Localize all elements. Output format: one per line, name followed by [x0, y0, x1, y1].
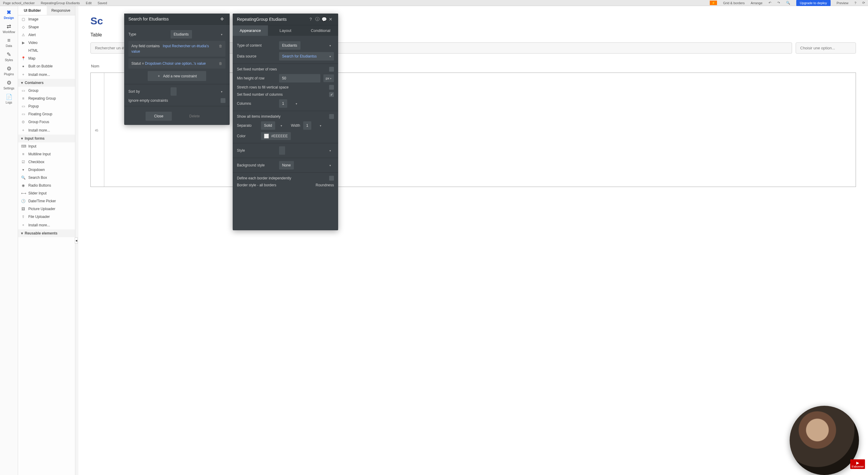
filter-dropdown[interactable] — [796, 42, 856, 54]
element-item[interactable]: ▭Floating Group — [18, 110, 75, 118]
zoom-icon[interactable]: 🔍 — [786, 1, 790, 5]
element-item[interactable]: 🖼Picture Uploader — [18, 205, 75, 213]
move-icon[interactable]: ✥ — [219, 16, 225, 21]
preview-link[interactable]: Preview — [837, 1, 848, 5]
rail-styles[interactable]: ✎Styles — [0, 49, 18, 64]
element-item[interactable]: ▭Popup — [18, 102, 75, 110]
delete-button[interactable]: Delete — [181, 112, 208, 121]
tab-layout[interactable]: Layout — [268, 25, 303, 36]
element-item[interactable]: 🔍Search Box — [18, 174, 75, 181]
element-item[interactable]: ＋Install more... — [18, 126, 75, 135]
element-item[interactable]: ▭Group — [18, 87, 75, 95]
type-label: Type — [128, 32, 167, 36]
width-select[interactable]: 1 — [303, 121, 311, 130]
bg-style-select[interactable]: None — [279, 161, 294, 169]
color-swatch[interactable] — [264, 134, 269, 138]
element-item[interactable]: ⚠Alert — [18, 31, 75, 39]
sort-select[interactable] — [170, 87, 177, 96]
refresh-icon[interactable]: ⟳ — [862, 1, 865, 5]
comment-icon[interactable]: 💬 — [321, 17, 327, 22]
element-item[interactable]: ＋Install more... — [18, 220, 75, 229]
fixed-cols-checkbox[interactable] — [329, 92, 334, 97]
element-item[interactable]: 📍Map — [18, 55, 75, 62]
element-icon: ▾ — [21, 168, 25, 172]
undo-icon[interactable]: ↶ — [769, 1, 771, 5]
subscribe-button[interactable]: ▶ S'abonner — [850, 460, 865, 469]
element-item[interactable]: ●Built on Bubble — [18, 62, 75, 70]
close-icon[interactable]: ✕ — [327, 17, 334, 22]
tab-conditional[interactable]: Conditional — [303, 25, 338, 36]
element-item[interactable]: ◉Radio Buttons — [18, 181, 75, 189]
separator-select[interactable]: Solid — [261, 121, 275, 130]
type-content-select[interactable]: Etudiants — [279, 41, 301, 50]
data-source-value[interactable]: Search for Etudiantss — [282, 54, 317, 58]
element-item[interactable]: ⇧File Uploader — [18, 213, 75, 220]
rail-workflow[interactable]: ⇄Workflow — [0, 21, 18, 36]
ignore-empty-checkbox[interactable] — [221, 98, 225, 103]
element-icon: ≡ — [21, 152, 25, 156]
element-item[interactable]: ⌨Input — [18, 142, 75, 150]
collapse-handle[interactable]: ◀ — [75, 238, 78, 243]
rail-logs[interactable]: 📄Logs — [0, 92, 18, 106]
element-icon: ⌨ — [21, 144, 25, 148]
info-icon[interactable]: ⓘ — [314, 16, 321, 22]
min-height-input[interactable] — [279, 74, 320, 82]
trash-icon[interactable]: 🗑 — [219, 43, 222, 49]
element-item[interactable]: ＋Install more... — [18, 70, 75, 79]
element-item[interactable]: ≡Multiline Input — [18, 150, 75, 158]
add-constraint-button[interactable]: ＋ Add a new constraint — [148, 71, 206, 81]
element-label: Built on Bubble — [28, 64, 53, 68]
cat-containers[interactable]: ▾Containers — [18, 79, 75, 87]
element-item[interactable]: ▾Dropdown — [18, 166, 75, 174]
element-name[interactable]: RepeatingGroup Etudiants — [41, 1, 80, 5]
constraint-row[interactable]: Statut = Dropdown Choisir une option..'s… — [128, 58, 225, 69]
constraint-row[interactable]: Any field contains Input Rechercher un é… — [128, 41, 225, 57]
element-item[interactable]: ▶Video — [18, 39, 75, 47]
help-icon[interactable]: ? — [855, 1, 856, 5]
assist-icon[interactable]: ⚡ — [710, 1, 717, 5]
rail-design[interactable]: ✖Design — [0, 7, 18, 21]
rail-settings[interactable]: ⚙Settings — [0, 78, 18, 92]
element-item[interactable]: HTML — [18, 47, 75, 55]
cat-input-forms[interactable]: ▾Input forms — [18, 135, 75, 142]
tab-responsive[interactable]: Responsive — [47, 6, 75, 15]
element-item[interactable]: ⊙Group Focus — [18, 118, 75, 126]
unit-select[interactable]: px — [323, 74, 334, 82]
stretch-checkbox[interactable] — [329, 85, 334, 90]
element-item[interactable]: 🕒Date/Time Picker — [18, 197, 75, 205]
element-item[interactable]: ⟷Slider Input — [18, 189, 75, 197]
cat-reusable[interactable]: ▾Reusable elements — [18, 229, 75, 237]
columns-select[interactable]: 1 — [279, 99, 287, 108]
deploy-button[interactable]: Upgrade to deploy — [796, 0, 831, 6]
constraint-field: Any field contains — [131, 44, 160, 48]
element-icon: ⊙ — [21, 120, 25, 124]
rail-data[interactable]: ≡Data — [0, 36, 18, 49]
element-label: Slider Input — [28, 191, 47, 195]
arrange-menu[interactable]: Arrange — [751, 1, 763, 5]
style-select[interactable] — [279, 146, 285, 155]
element-icon: ≡ — [21, 96, 25, 101]
element-item[interactable]: ▢Image — [18, 15, 75, 23]
border-indep-label: Define each border independently — [237, 176, 326, 180]
help-icon[interactable]: ? — [307, 17, 314, 22]
trash-icon[interactable]: 🗑 — [219, 61, 222, 66]
logs-icon: 📄 — [0, 94, 18, 100]
page-name: Page school_checker — [3, 1, 35, 5]
border-indep-checkbox[interactable] — [329, 176, 334, 181]
show-all-checkbox[interactable] — [329, 114, 334, 119]
element-icon: ＋ — [21, 223, 25, 228]
tab-appearance[interactable]: Appearance — [233, 25, 268, 36]
redo-icon[interactable]: ↷ — [777, 1, 780, 5]
fixed-rows-checkbox[interactable] — [329, 67, 334, 72]
design-icon: ✖ — [0, 9, 18, 15]
element-item[interactable]: ◇Shape — [18, 23, 75, 31]
close-button[interactable]: Close — [146, 112, 172, 121]
color-value[interactable]: #EEEEEE — [271, 134, 288, 138]
element-item[interactable]: ☑Checkbox — [18, 158, 75, 166]
tab-ui-builder[interactable]: UI Builder — [18, 6, 47, 15]
element-item[interactable]: ≡Repeating Group — [18, 95, 75, 102]
grid-toggle[interactable]: Grid & borders — [723, 1, 745, 5]
rail-plugins[interactable]: ⚙Plugins — [0, 64, 18, 78]
type-select[interactable]: Etudiants — [170, 30, 192, 38]
constraint-value[interactable]: Dropdown Choisir une option..'s value — [145, 61, 206, 66]
